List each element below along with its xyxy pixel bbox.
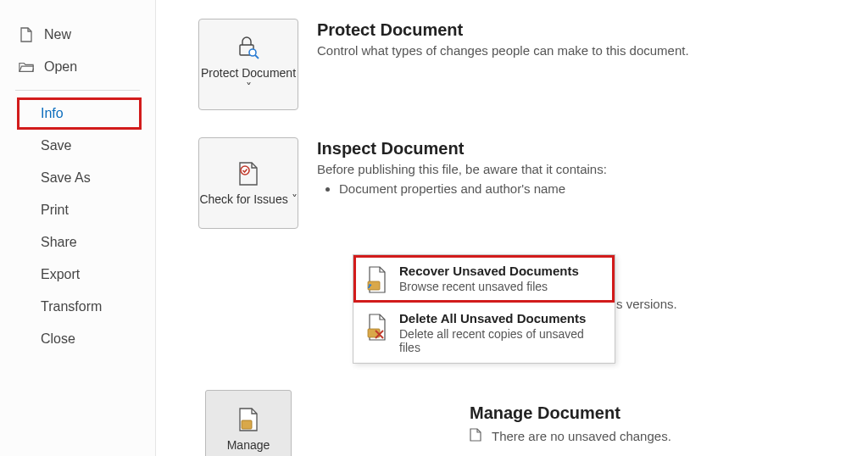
sidebar-item-print[interactable]: Print xyxy=(0,194,155,226)
sidebar-item-save[interactable]: Save xyxy=(0,130,155,162)
sidebar-label-open: Open xyxy=(44,59,77,75)
protect-document-button[interactable]: Protect Document ˅ xyxy=(198,19,298,110)
svg-rect-8 xyxy=(242,420,252,429)
recover-text: Recover Unsaved Documents Browse recent … xyxy=(399,264,579,293)
inspect-heading: Inspect Document xyxy=(317,139,607,158)
check-document-icon xyxy=(235,160,262,187)
sidebar-item-export[interactable]: Export xyxy=(0,259,155,291)
inspect-desc: Before publishing this file, be aware th… xyxy=(317,162,607,176)
delete-text: Delete All Unsaved Documents Delete all … xyxy=(399,311,603,354)
inspect-item-properties: Document properties and author's name xyxy=(339,181,607,196)
sidebar-item-open[interactable]: Open xyxy=(0,51,155,83)
sidebar-item-new[interactable]: New xyxy=(0,19,155,51)
sidebar-label-info: Info xyxy=(41,106,64,121)
sidebar-divider xyxy=(15,90,140,91)
sidebar-label-save: Save xyxy=(41,138,71,153)
manage-document-menu: Recover Unsaved Documents Browse recent … xyxy=(353,254,615,364)
protect-heading: Protect Document xyxy=(317,20,689,40)
delete-title: Delete All Unsaved Documents xyxy=(399,311,603,325)
sidebar-label-export: Export xyxy=(41,267,80,282)
info-panel: Protect Document ˅ Protect Document Cont… xyxy=(156,0,868,456)
new-document-icon xyxy=(19,27,34,42)
backstage-sidebar: New Open Info Save Save As Print Share E… xyxy=(0,0,156,456)
sidebar-item-save-as[interactable]: Save As xyxy=(0,162,155,194)
recover-desc: Browse recent unsaved files xyxy=(399,280,579,293)
sidebar-label-share: Share xyxy=(41,235,77,250)
lock-search-icon xyxy=(235,34,262,61)
manage-no-unsaved: There are no unsaved changes. xyxy=(492,429,671,443)
inspect-text: Inspect Document Before publishing this … xyxy=(317,137,607,196)
sidebar-label-transform: Transform xyxy=(41,299,102,314)
versions-fragment: s versions. xyxy=(616,297,677,311)
svg-point-1 xyxy=(249,49,256,56)
delete-desc: Delete all recent copies of unsaved file… xyxy=(399,327,603,354)
check-issues-label: Check for Issues ˅ xyxy=(199,192,297,207)
protect-tile-label: Protect Document ˅ xyxy=(199,66,298,95)
sidebar-item-info[interactable]: Info xyxy=(17,97,142,130)
sidebar-label-print: Print xyxy=(41,203,69,218)
protect-section: Protect Document ˅ Protect Document Cont… xyxy=(156,19,868,110)
sidebar-label-close: Close xyxy=(41,331,75,347)
manage-document-button[interactable]: Manage xyxy=(205,390,292,456)
sidebar-item-close[interactable]: Close xyxy=(0,323,155,355)
svg-point-3 xyxy=(241,166,249,175)
manage-text: Manage Document There are no unsaved cha… xyxy=(470,403,671,443)
delete-unsaved-documents-item[interactable]: Delete All Unsaved Documents Delete all … xyxy=(353,303,615,363)
svg-line-2 xyxy=(255,55,259,58)
protect-desc: Control what types of changes people can… xyxy=(317,43,689,58)
delete-document-icon xyxy=(365,313,389,342)
manage-heading: Manage Document xyxy=(470,403,671,423)
manage-tile-label: Manage xyxy=(227,438,270,452)
check-for-issues-button[interactable]: Check for Issues ˅ xyxy=(198,137,298,229)
recover-document-icon xyxy=(365,265,389,294)
sidebar-label-new: New xyxy=(44,27,71,42)
sidebar-item-share[interactable]: Share xyxy=(0,226,155,259)
manage-document-icon xyxy=(237,407,259,435)
open-folder-icon xyxy=(19,59,34,75)
protect-text: Protect Document Control what types of c… xyxy=(317,19,689,63)
document-small-icon xyxy=(470,428,485,443)
sidebar-label-save-as: Save As xyxy=(41,170,91,186)
recover-title: Recover Unsaved Documents xyxy=(399,264,579,278)
inspect-section: Check for Issues ˅ Inspect Document Befo… xyxy=(156,137,868,229)
recover-unsaved-documents-item[interactable]: Recover Unsaved Documents Browse recent … xyxy=(353,255,615,303)
sidebar-item-transform[interactable]: Transform xyxy=(0,291,155,323)
